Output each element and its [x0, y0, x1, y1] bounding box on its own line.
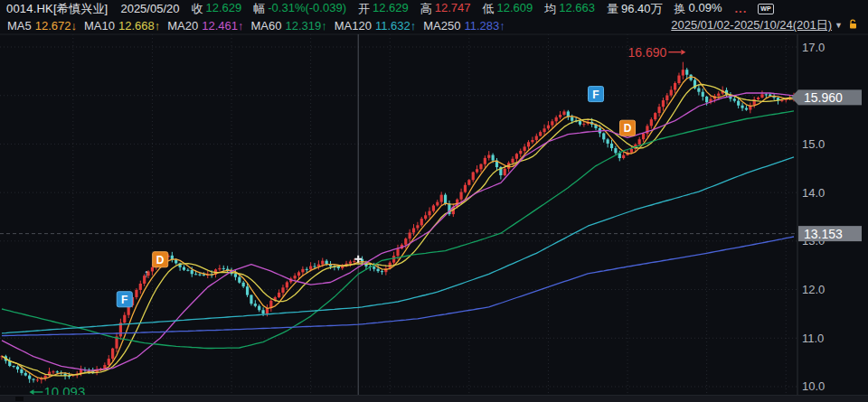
ma-legend-ma5[interactable]: MA512.672↓: [7, 19, 77, 33]
signal-arrow-icon: ↑: [144, 267, 149, 280]
ma-legend-ma10[interactable]: MA1012.668↑: [84, 19, 160, 33]
y-axis-tick: 14.0: [802, 186, 825, 200]
ma-legend-ma250[interactable]: MA25011.283↑: [423, 19, 505, 33]
quote-field-开: 开12.629: [358, 1, 409, 17]
quote-field-低: 低12.609: [483, 1, 533, 17]
svg-text:F: F: [121, 294, 127, 306]
quote-field-均: 均12.663: [544, 1, 595, 17]
quote-field-量: 量96.40万: [607, 1, 663, 17]
wp-watermark-icon: WP: [758, 4, 773, 14]
date-range-selector[interactable]: 2025/01/02-2025/10/24(201日): [671, 17, 832, 33]
svg-text:F: F: [592, 89, 599, 101]
y-axis-tick: 10.0: [802, 379, 825, 393]
quote-fields: 收12.629幅-0.31%(-0.039)开12.629高12.747低12.…: [180, 1, 722, 17]
more-fields-indicator[interactable]: ...: [734, 2, 747, 15]
lock-open-icon[interactable]: [848, 19, 859, 33]
ma-line-ma60: [2, 111, 794, 349]
ma-legend-list: MA512.672↓MA1012.668↑MA2012.461↑MA6012.3…: [0, 19, 505, 33]
bottom-notch: [15, 397, 24, 401]
quote-field-幅: 幅-0.31%(-0.039): [253, 1, 346, 17]
ma-legend-ma20[interactable]: MA2012.461↑: [167, 19, 243, 33]
quote-header-bar: 0014.HK[希慎兴业] 2025/05/20 收12.629幅-0.31%(…: [0, 0, 868, 18]
svg-text:D: D: [624, 122, 632, 135]
quote-date: 2025/05/20: [120, 2, 179, 15]
y-axis-tick: 17.0: [802, 41, 825, 54]
y-axis-tick: 11.0: [802, 332, 824, 345]
svg-text:D: D: [156, 254, 165, 266]
candles: [0, 62, 795, 384]
high-annotation: 16.690: [628, 45, 667, 60]
symbol-title: 0014.HK[希慎兴业]: [6, 1, 108, 17]
ma-legend-bar: MA512.672↓MA1012.668↑MA2012.461↑MA6012.3…: [0, 17, 868, 33]
svg-text:13.153: 13.153: [804, 227, 843, 241]
y-axis-tick: 12.0: [802, 283, 825, 296]
svg-text:15.960: 15.960: [804, 90, 843, 105]
bottom-edge-bar: [0, 395, 868, 402]
y-axis-tick: 15.0: [802, 137, 825, 151]
quote-field-换: 换0.09%: [675, 1, 722, 17]
chevron-down-icon[interactable]: ▼: [835, 21, 843, 30]
quote-field-高: 高12.747: [420, 1, 471, 17]
candlestick-chart[interactable]: ↓↑FDFD16.69010.09317.016.015.014.013.012…: [0, 0, 868, 402]
ma-legend-ma120[interactable]: MA12011.632↑: [335, 19, 417, 33]
quote-field-收: 收12.629: [192, 1, 242, 17]
ma-legend-ma60[interactable]: MA6012.319↑: [250, 19, 326, 33]
